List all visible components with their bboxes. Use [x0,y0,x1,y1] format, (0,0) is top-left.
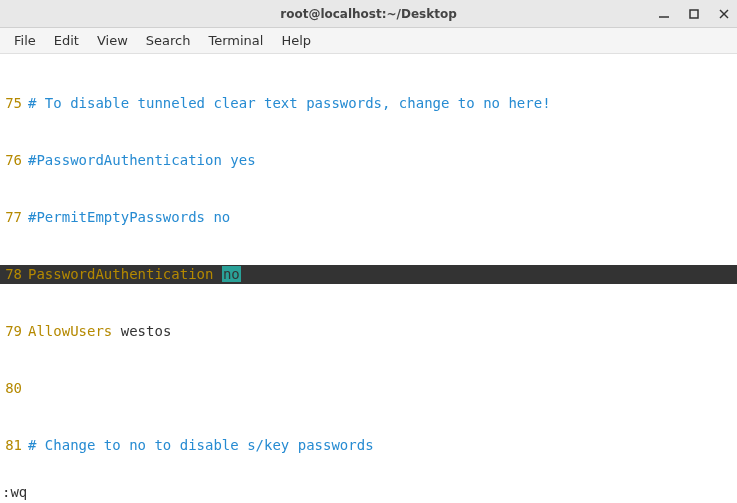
menu-view[interactable]: View [89,30,136,51]
window-controls [655,5,733,23]
close-button[interactable] [715,5,733,23]
minimize-icon [659,9,669,19]
maximize-icon [689,9,699,19]
line-text: PasswordAuthentication no [28,265,737,284]
gutter-number: 77 [0,208,28,227]
line-text: # To disable tunneled clear text passwor… [28,94,737,113]
line-text: AllowUsers westos [28,322,737,341]
gutter-number: 78 [0,265,28,284]
line-75: 75# To disable tunneled clear text passw… [0,94,737,113]
line-79: 79AllowUsers westos [0,322,737,341]
svg-rect-1 [690,10,698,18]
line-text [28,379,737,398]
vim-command-line[interactable]: :wq [0,484,737,503]
config-key: PasswordAuthentication [28,266,213,282]
editor-area[interactable]: 75# To disable tunneled clear text passw… [0,54,737,484]
close-icon [719,9,729,19]
menu-help[interactable]: Help [273,30,319,51]
window-title: root@localhost:~/Desktop [0,7,737,21]
line-77: 77#PermitEmptyPasswords no [0,208,737,227]
line-text: # Change to no to disable s/key password… [28,436,737,455]
line-81: 81# Change to no to disable s/key passwo… [0,436,737,455]
menu-file[interactable]: File [6,30,44,51]
line-text: #PasswordAuthentication yes [28,151,737,170]
menu-terminal[interactable]: Terminal [200,30,271,51]
line-text: #PermitEmptyPasswords no [28,208,737,227]
config-value: no [222,266,241,282]
window-titlebar: root@localhost:~/Desktop [0,0,737,28]
line-80: 80 [0,379,737,398]
gutter-number: 76 [0,151,28,170]
gutter-number: 79 [0,322,28,341]
menu-search[interactable]: Search [138,30,199,51]
line-78-current: 78PasswordAuthentication no [0,265,737,284]
maximize-button[interactable] [685,5,703,23]
line-76: 76#PasswordAuthentication yes [0,151,737,170]
minimize-button[interactable] [655,5,673,23]
config-value: westos [121,323,172,339]
menu-edit[interactable]: Edit [46,30,87,51]
config-key: AllowUsers [28,323,112,339]
gutter-number: 80 [0,379,28,398]
gutter-number: 75 [0,94,28,113]
menubar: File Edit View Search Terminal Help [0,28,737,54]
gutter-number: 81 [0,436,28,455]
